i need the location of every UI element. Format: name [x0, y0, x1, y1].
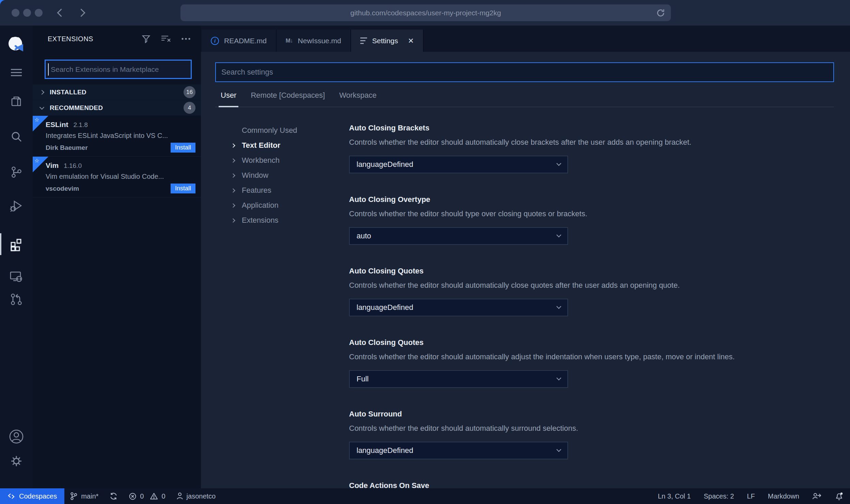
settings-gear-icon[interactable]: [9, 453, 24, 469]
scope-tab-user[interactable]: User: [221, 91, 236, 107]
install-button[interactable]: Install: [171, 143, 195, 153]
menu-icon[interactable]: [10, 68, 23, 77]
tree-label: Features: [242, 186, 271, 195]
chevron-down-icon: [556, 304, 561, 309]
extension-list-item-eslint[interactable]: ☆ ESLint 2.1.8 Integrates ESLint JavaScr…: [33, 116, 201, 157]
setting-value-dropdown[interactable]: Full: [349, 370, 568, 388]
search-icon[interactable]: [9, 129, 24, 144]
setting-description: Controls whether the editor should autom…: [349, 137, 834, 147]
problems-button[interactable]: 0 0: [123, 488, 171, 504]
tree-item-text-editor[interactable]: Text Editor: [232, 138, 349, 153]
account-icon[interactable]: [9, 429, 24, 444]
tab-readme[interactable]: i README.md: [202, 30, 277, 52]
screen: github.com/codespaces/user-my-project-mg…: [0, 0, 850, 504]
editor-area: i README.md M↓ NewIssue.md Settings ✕ Us…: [201, 26, 850, 488]
language-mode-button[interactable]: Markdown: [761, 488, 806, 504]
account-status-button[interactable]: jasonetco: [171, 488, 221, 504]
installed-count-badge: 16: [184, 86, 195, 98]
tree-label: Workbench: [242, 156, 280, 165]
chevron-down-icon: [556, 376, 561, 380]
codespaces-remote-button[interactable]: Codespaces: [0, 488, 64, 504]
setting-auto-surround: Auto Surround Controls whether the edito…: [349, 409, 834, 459]
extensions-search-input[interactable]: [49, 65, 191, 74]
more-actions-icon[interactable]: [181, 34, 191, 43]
indentation-button[interactable]: Spaces: 2: [697, 488, 740, 504]
setting-value-dropdown[interactable]: auto: [349, 227, 568, 245]
feedback-button[interactable]: [806, 488, 828, 504]
filter-icon[interactable]: [142, 34, 151, 43]
setting-value-dropdown[interactable]: languageDefined: [349, 442, 568, 459]
extension-description: Integrates ESLint JavaScript into VS C..…: [46, 132, 195, 140]
setting-auto-indent: Auto Closing Quotes Controls whether the…: [349, 337, 834, 388]
source-control-icon[interactable]: [9, 164, 24, 179]
chevron-down-icon: [556, 161, 561, 166]
tab-strip: i README.md M↓ NewIssue.md Settings ✕: [201, 26, 850, 52]
eol-button[interactable]: LF: [740, 488, 761, 504]
tab-settings[interactable]: Settings ✕: [351, 30, 424, 52]
settings-list-icon: [360, 37, 367, 44]
tab-newissue[interactable]: M↓ NewIssue.md: [277, 30, 351, 52]
cursor-position-label: Ln 3, Col 1: [658, 492, 691, 500]
chevron-right-icon: [231, 188, 235, 193]
extension-name: ESLint: [46, 121, 68, 129]
tree-item-application[interactable]: Application: [232, 198, 349, 213]
tree-item-extensions[interactable]: Extensions: [232, 213, 349, 228]
extension-description: Vim emulation for Visual Studio Code...: [46, 173, 195, 180]
notifications-button[interactable]: [828, 488, 850, 504]
setting-title: Auto Surround: [349, 409, 834, 419]
tree-item-window[interactable]: Window: [232, 168, 349, 183]
extensions-search-box: [45, 60, 192, 79]
section-installed[interactable]: INSTALLED 16: [33, 84, 201, 100]
error-icon: [129, 492, 137, 500]
sync-button[interactable]: [104, 488, 123, 504]
tree-item-workbench[interactable]: Workbench: [232, 153, 349, 168]
extensions-icon[interactable]: [9, 236, 24, 252]
chevron-down-icon: [556, 447, 561, 452]
clear-extension-search-icon[interactable]: [161, 34, 171, 43]
close-icon[interactable]: ✕: [408, 37, 414, 45]
setting-auto-closing-overtype: Auto Closing Overtype Controls whether t…: [349, 194, 834, 245]
indentation-label: Spaces: 2: [704, 492, 734, 500]
back-icon[interactable]: [57, 9, 65, 17]
settings-search-input[interactable]: [215, 62, 834, 82]
warning-icon: [150, 492, 158, 500]
scope-tab-remote[interactable]: Remote [Codespaces]: [251, 91, 325, 107]
tree-item-commonly-used[interactable]: Commonly Used: [232, 123, 349, 138]
markdown-icon: M↓: [286, 37, 293, 44]
install-button[interactable]: Install: [171, 184, 195, 193]
remote-label: Codespaces: [19, 492, 57, 500]
setting-value-dropdown[interactable]: languageDefined: [349, 299, 568, 316]
setting-description: Controls whether the editor should type …: [349, 209, 834, 219]
cursor-position-button[interactable]: Ln 3, Col 1: [651, 488, 697, 504]
github-codespaces-logo-icon[interactable]: [6, 35, 26, 55]
tree-label: Commonly Used: [242, 126, 297, 135]
settings-tree: Commonly Used Text Editor Workbench: [232, 123, 349, 488]
remote-explorer-icon[interactable]: [9, 269, 24, 284]
window-control-dot[interactable]: [12, 9, 19, 17]
section-recommended[interactable]: RECOMMENDED 4: [33, 100, 201, 116]
address-bar[interactable]: github.com/codespaces/user-my-project-mg…: [180, 4, 671, 21]
setting-description: Controls whether the editor should autom…: [349, 280, 834, 290]
reload-icon[interactable]: [656, 8, 665, 18]
extension-list-item-vim[interactable]: ☆ Vim 1.16.0 Vim emulation for Visual St…: [33, 157, 201, 198]
branch-button[interactable]: main*: [64, 488, 104, 504]
tree-item-features[interactable]: Features: [232, 183, 349, 198]
window-control-dot[interactable]: [23, 9, 31, 17]
chevron-right-icon: [231, 143, 235, 148]
scope-tab-workspace[interactable]: Workspace: [339, 91, 377, 107]
setting-value-dropdown[interactable]: languageDefined: [349, 156, 568, 173]
run-debug-icon[interactable]: [9, 199, 24, 214]
window-control-dot[interactable]: [35, 9, 43, 17]
tree-label: Extensions: [242, 216, 279, 225]
settings-scope-tabs: User Remote [Codespaces] Workspace: [215, 91, 834, 107]
forward-icon[interactable]: [77, 9, 85, 17]
github-pull-request-icon[interactable]: [9, 292, 24, 307]
dropdown-value: languageDefined: [357, 303, 413, 312]
extension-publisher: vscodevim: [46, 185, 79, 192]
explorer-icon[interactable]: [9, 94, 24, 109]
setting-title: Auto Closing Overtype: [349, 194, 834, 205]
chevron-right-icon: [231, 173, 235, 178]
chevron-right-icon: [40, 90, 44, 94]
sync-icon: [109, 492, 118, 500]
section-label: INSTALLED: [50, 89, 86, 96]
